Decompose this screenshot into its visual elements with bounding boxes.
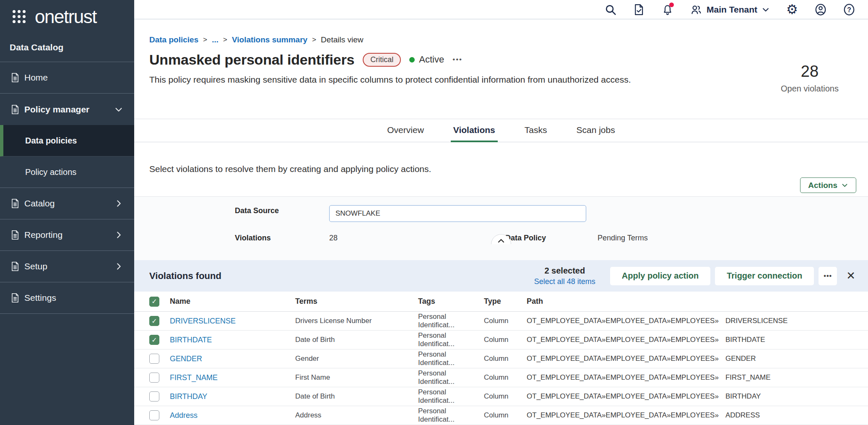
row-name-link[interactable]: GENDER bbox=[170, 355, 295, 363]
people-icon bbox=[690, 3, 702, 16]
search-icon[interactable] bbox=[604, 3, 617, 16]
breadcrumb: Data policies > ... > Violations summary… bbox=[149, 35, 868, 44]
instruction-text: Select violations to resolve them by cre… bbox=[149, 164, 868, 174]
column-header-type: Type bbox=[484, 297, 527, 306]
open-violations-stat: 28 Open violations bbox=[778, 62, 841, 94]
breadcrumb-separator: > bbox=[223, 36, 227, 44]
row-checkbox[interactable] bbox=[149, 391, 159, 402]
sidebar: onetrust Data Catalog Home Policy manage… bbox=[0, 0, 134, 425]
app-grid-icon[interactable] bbox=[13, 10, 26, 23]
row-checkbox[interactable] bbox=[149, 335, 159, 345]
row-name-link[interactable]: BIRTHDAY bbox=[170, 392, 295, 401]
sidebar-item-data-policies[interactable]: Data policies bbox=[0, 125, 134, 156]
brand-logo: onetrust bbox=[35, 6, 96, 27]
chevron-up-icon bbox=[496, 236, 506, 244]
doc-check-icon[interactable] bbox=[633, 3, 645, 16]
column-header-path: Path bbox=[527, 297, 858, 306]
chevron-down-icon bbox=[841, 182, 848, 189]
row-path: OT_EMPLOYEE_DATA»EMPLOYEE_DATA»EMPLOYEES… bbox=[527, 336, 858, 344]
sidebar-item-label: Setup bbox=[24, 261, 114, 271]
breadcrumb-separator: > bbox=[203, 36, 207, 44]
breadcrumb-current: Details view bbox=[321, 35, 363, 44]
sidebar-item-reporting[interactable]: Reporting bbox=[0, 219, 134, 251]
sidebar-item-label: Policy actions bbox=[25, 167, 76, 177]
row-name-link[interactable]: DRIVERSLICENSE bbox=[170, 317, 295, 326]
help-icon[interactable]: ? bbox=[843, 3, 855, 16]
row-path: OT_EMPLOYEE_DATA»EMPLOYEE_DATA»EMPLOYEES… bbox=[527, 317, 858, 325]
row-terms: Drivers License Number bbox=[295, 317, 418, 325]
stat-label: Open violations bbox=[778, 84, 841, 94]
trigger-connection-button[interactable]: Trigger connection bbox=[715, 267, 814, 285]
row-tags: Personal Identificat... bbox=[418, 407, 484, 424]
severity-badge: Critical bbox=[363, 53, 401, 67]
row-checkbox[interactable] bbox=[149, 354, 159, 364]
tab-tasks[interactable]: Tasks bbox=[522, 119, 550, 142]
table-row: DRIVERSLICENSE Drivers License Number Pe… bbox=[134, 312, 868, 331]
row-checkbox[interactable] bbox=[149, 373, 159, 383]
data-policy-label: Data Policy bbox=[505, 234, 546, 242]
sidebar-item-policy-manager[interactable]: Policy manager bbox=[0, 94, 134, 125]
breadcrumb-violations-summary[interactable]: Violations summary bbox=[232, 35, 307, 44]
product-name: Data Catalog bbox=[0, 33, 134, 62]
tenant-switcher[interactable]: Main Tenant bbox=[690, 3, 770, 16]
row-name-link[interactable]: BIRTHDATE bbox=[170, 336, 295, 344]
row-terms: Date of Birth bbox=[295, 336, 418, 344]
sidebar-item-label: Catalog bbox=[24, 198, 114, 209]
sidebar-item-settings[interactable]: Settings bbox=[0, 282, 134, 314]
row-path: OT_EMPLOYEE_DATA»EMPLOYEE_DATA»EMPLOYEES… bbox=[527, 411, 858, 420]
row-checkbox[interactable] bbox=[149, 410, 159, 420]
bell-icon[interactable] bbox=[661, 3, 674, 16]
collapse-panel-button[interactable] bbox=[491, 234, 511, 244]
actions-button[interactable]: Actions bbox=[800, 177, 856, 193]
sidebar-item-home[interactable]: Home bbox=[0, 62, 134, 94]
row-terms: Date of Birth bbox=[295, 392, 418, 401]
account-icon[interactable] bbox=[814, 3, 827, 16]
breadcrumb-ellipsis[interactable]: ... bbox=[212, 35, 218, 44]
selected-count: 2 selected bbox=[534, 266, 595, 276]
row-type: Column bbox=[484, 355, 527, 363]
gear-icon[interactable]: ⚙ bbox=[786, 3, 798, 16]
active-dot-icon bbox=[409, 57, 415, 63]
tab-violations[interactable]: Violations bbox=[451, 119, 498, 142]
sidebar-item-label: Home bbox=[24, 73, 123, 83]
sidebar-item-catalog[interactable]: Catalog bbox=[0, 188, 134, 219]
status-indicator: Active bbox=[409, 54, 444, 65]
page-title: Unmasked personal identifiers bbox=[149, 52, 354, 68]
document-icon bbox=[10, 198, 21, 209]
row-type: Column bbox=[484, 411, 527, 420]
row-type: Column bbox=[484, 392, 527, 401]
document-icon bbox=[10, 104, 21, 115]
row-checkbox[interactable] bbox=[149, 316, 159, 326]
sidebar-item-setup[interactable]: Setup bbox=[0, 251, 134, 282]
tab-scan-jobs[interactable]: Scan jobs bbox=[574, 119, 617, 142]
apply-policy-action-button[interactable]: Apply policy action bbox=[610, 267, 710, 285]
top-bar: Main Tenant ⚙ ? bbox=[134, 0, 868, 19]
row-name-link[interactable]: Address bbox=[170, 411, 295, 420]
select-all-checkbox[interactable] bbox=[149, 297, 159, 307]
column-header-tags: Tags bbox=[418, 297, 484, 306]
actions-row: Select violations to resolve them by cre… bbox=[134, 142, 868, 196]
table-row: BIRTHDAY Date of Birth Personal Identifi… bbox=[134, 387, 868, 406]
chevron-down-icon bbox=[761, 5, 770, 14]
chevron-right-icon bbox=[114, 230, 123, 240]
row-name-link[interactable]: FIRST_NAME bbox=[170, 373, 295, 382]
tab-overview[interactable]: Overview bbox=[385, 119, 426, 142]
row-type: Column bbox=[484, 317, 527, 325]
sidebar-item-policy-actions[interactable]: Policy actions bbox=[0, 156, 134, 188]
data-source-input[interactable] bbox=[329, 205, 586, 222]
row-type: Column bbox=[484, 336, 527, 344]
more-actions-button[interactable]: ••• bbox=[819, 267, 837, 285]
notification-dot bbox=[669, 3, 674, 7]
select-all-link[interactable]: Select all 48 items bbox=[534, 277, 595, 286]
document-icon bbox=[10, 72, 21, 83]
row-type: Column bbox=[484, 373, 527, 382]
title-more-menu[interactable]: ••• bbox=[452, 55, 463, 64]
filter-panel: Data Source Violations 28 Data Policy Pe… bbox=[134, 196, 868, 260]
row-tags: Personal Identificat... bbox=[418, 388, 484, 405]
column-header-terms: Terms bbox=[295, 297, 418, 306]
sidebar-item-label: Data policies bbox=[25, 136, 77, 146]
row-tags: Personal Identificat... bbox=[418, 369, 484, 386]
breadcrumb-data-policies[interactable]: Data policies bbox=[149, 35, 198, 44]
close-icon[interactable]: ✕ bbox=[846, 269, 855, 282]
table-row: Address Address Personal Identificat... … bbox=[134, 406, 868, 425]
